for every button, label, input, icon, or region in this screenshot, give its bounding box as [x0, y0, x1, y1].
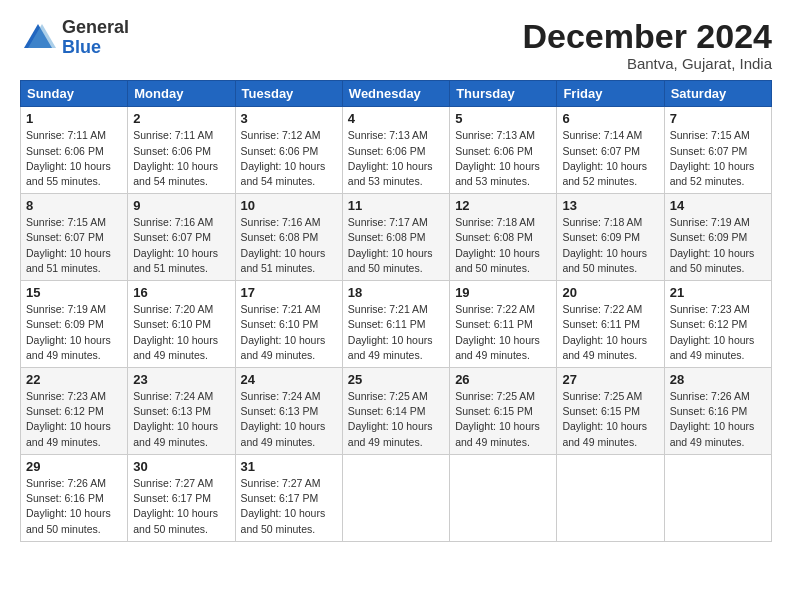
calendar-cell: 31Sunrise: 7:27 AMSunset: 6:17 PMDayligh… — [235, 454, 342, 541]
calendar-cell: 30Sunrise: 7:27 AMSunset: 6:17 PMDayligh… — [128, 454, 235, 541]
calendar-cell: 29Sunrise: 7:26 AMSunset: 6:16 PMDayligh… — [21, 454, 128, 541]
calendar-cell: 21Sunrise: 7:23 AMSunset: 6:12 PMDayligh… — [664, 281, 771, 368]
calendar-cell: 23Sunrise: 7:24 AMSunset: 6:13 PMDayligh… — [128, 368, 235, 455]
day-number: 11 — [348, 198, 444, 213]
calendar-cell: 26Sunrise: 7:25 AMSunset: 6:15 PMDayligh… — [450, 368, 557, 455]
day-number: 25 — [348, 372, 444, 387]
logo-general: General — [62, 18, 129, 38]
logo: General Blue — [20, 18, 129, 58]
weekday-header-saturday: Saturday — [664, 81, 771, 107]
calendar-cell: 10Sunrise: 7:16 AMSunset: 6:08 PMDayligh… — [235, 194, 342, 281]
day-number: 21 — [670, 285, 766, 300]
day-number: 10 — [241, 198, 337, 213]
day-number: 3 — [241, 111, 337, 126]
day-info: Sunrise: 7:11 AMSunset: 6:06 PMDaylight:… — [133, 128, 229, 189]
calendar-week-row: 22Sunrise: 7:23 AMSunset: 6:12 PMDayligh… — [21, 368, 772, 455]
calendar-cell: 4Sunrise: 7:13 AMSunset: 6:06 PMDaylight… — [342, 107, 449, 194]
calendar-cell: 19Sunrise: 7:22 AMSunset: 6:11 PMDayligh… — [450, 281, 557, 368]
title-block: December 2024 Bantva, Gujarat, India — [522, 18, 772, 72]
calendar-cell: 6Sunrise: 7:14 AMSunset: 6:07 PMDaylight… — [557, 107, 664, 194]
calendar-cell: 17Sunrise: 7:21 AMSunset: 6:10 PMDayligh… — [235, 281, 342, 368]
day-number: 18 — [348, 285, 444, 300]
weekday-header-tuesday: Tuesday — [235, 81, 342, 107]
calendar-cell: 7Sunrise: 7:15 AMSunset: 6:07 PMDaylight… — [664, 107, 771, 194]
calendar-header: SundayMondayTuesdayWednesdayThursdayFrid… — [21, 81, 772, 107]
calendar-week-row: 29Sunrise: 7:26 AMSunset: 6:16 PMDayligh… — [21, 454, 772, 541]
day-info: Sunrise: 7:22 AMSunset: 6:11 PMDaylight:… — [562, 302, 658, 363]
day-info: Sunrise: 7:16 AMSunset: 6:08 PMDaylight:… — [241, 215, 337, 276]
calendar-week-row: 8Sunrise: 7:15 AMSunset: 6:07 PMDaylight… — [21, 194, 772, 281]
day-number: 31 — [241, 459, 337, 474]
day-number: 9 — [133, 198, 229, 213]
day-number: 24 — [241, 372, 337, 387]
day-info: Sunrise: 7:14 AMSunset: 6:07 PMDaylight:… — [562, 128, 658, 189]
day-info: Sunrise: 7:23 AMSunset: 6:12 PMDaylight:… — [26, 389, 122, 450]
day-number: 13 — [562, 198, 658, 213]
calendar-cell: 24Sunrise: 7:24 AMSunset: 6:13 PMDayligh… — [235, 368, 342, 455]
day-info: Sunrise: 7:25 AMSunset: 6:14 PMDaylight:… — [348, 389, 444, 450]
calendar-cell — [557, 454, 664, 541]
day-info: Sunrise: 7:13 AMSunset: 6:06 PMDaylight:… — [348, 128, 444, 189]
day-number: 17 — [241, 285, 337, 300]
day-info: Sunrise: 7:19 AMSunset: 6:09 PMDaylight:… — [670, 215, 766, 276]
day-number: 22 — [26, 372, 122, 387]
location: Bantva, Gujarat, India — [522, 55, 772, 72]
calendar-week-row: 1Sunrise: 7:11 AMSunset: 6:06 PMDaylight… — [21, 107, 772, 194]
day-number: 6 — [562, 111, 658, 126]
day-number: 8 — [26, 198, 122, 213]
calendar-cell: 22Sunrise: 7:23 AMSunset: 6:12 PMDayligh… — [21, 368, 128, 455]
calendar-cell: 27Sunrise: 7:25 AMSunset: 6:15 PMDayligh… — [557, 368, 664, 455]
day-number: 14 — [670, 198, 766, 213]
day-info: Sunrise: 7:25 AMSunset: 6:15 PMDaylight:… — [562, 389, 658, 450]
day-number: 2 — [133, 111, 229, 126]
calendar-table: SundayMondayTuesdayWednesdayThursdayFrid… — [20, 80, 772, 541]
weekday-header-wednesday: Wednesday — [342, 81, 449, 107]
day-number: 30 — [133, 459, 229, 474]
calendar-cell: 15Sunrise: 7:19 AMSunset: 6:09 PMDayligh… — [21, 281, 128, 368]
day-number: 12 — [455, 198, 551, 213]
day-info: Sunrise: 7:19 AMSunset: 6:09 PMDaylight:… — [26, 302, 122, 363]
day-info: Sunrise: 7:23 AMSunset: 6:12 PMDaylight:… — [670, 302, 766, 363]
day-info: Sunrise: 7:24 AMSunset: 6:13 PMDaylight:… — [241, 389, 337, 450]
month-title: December 2024 — [522, 18, 772, 55]
day-info: Sunrise: 7:12 AMSunset: 6:06 PMDaylight:… — [241, 128, 337, 189]
day-info: Sunrise: 7:26 AMSunset: 6:16 PMDaylight:… — [26, 476, 122, 537]
calendar-cell: 2Sunrise: 7:11 AMSunset: 6:06 PMDaylight… — [128, 107, 235, 194]
day-number: 5 — [455, 111, 551, 126]
calendar-cell: 16Sunrise: 7:20 AMSunset: 6:10 PMDayligh… — [128, 281, 235, 368]
page: General Blue December 2024 Bantva, Gujar… — [0, 0, 792, 554]
calendar-body: 1Sunrise: 7:11 AMSunset: 6:06 PMDaylight… — [21, 107, 772, 541]
calendar-cell: 20Sunrise: 7:22 AMSunset: 6:11 PMDayligh… — [557, 281, 664, 368]
day-number: 7 — [670, 111, 766, 126]
day-number: 16 — [133, 285, 229, 300]
logo-icon — [20, 20, 56, 56]
calendar-cell — [342, 454, 449, 541]
day-info: Sunrise: 7:18 AMSunset: 6:09 PMDaylight:… — [562, 215, 658, 276]
calendar-cell: 12Sunrise: 7:18 AMSunset: 6:08 PMDayligh… — [450, 194, 557, 281]
weekday-header-row: SundayMondayTuesdayWednesdayThursdayFrid… — [21, 81, 772, 107]
day-number: 27 — [562, 372, 658, 387]
logo-text: General Blue — [62, 18, 129, 58]
day-info: Sunrise: 7:26 AMSunset: 6:16 PMDaylight:… — [670, 389, 766, 450]
weekday-header-sunday: Sunday — [21, 81, 128, 107]
calendar-cell: 18Sunrise: 7:21 AMSunset: 6:11 PMDayligh… — [342, 281, 449, 368]
day-number: 4 — [348, 111, 444, 126]
day-number: 29 — [26, 459, 122, 474]
day-number: 19 — [455, 285, 551, 300]
header: General Blue December 2024 Bantva, Gujar… — [20, 18, 772, 72]
calendar-cell: 8Sunrise: 7:15 AMSunset: 6:07 PMDaylight… — [21, 194, 128, 281]
calendar-cell: 9Sunrise: 7:16 AMSunset: 6:07 PMDaylight… — [128, 194, 235, 281]
weekday-header-thursday: Thursday — [450, 81, 557, 107]
weekday-header-monday: Monday — [128, 81, 235, 107]
day-info: Sunrise: 7:15 AMSunset: 6:07 PMDaylight:… — [26, 215, 122, 276]
logo-blue: Blue — [62, 38, 129, 58]
day-number: 26 — [455, 372, 551, 387]
day-info: Sunrise: 7:20 AMSunset: 6:10 PMDaylight:… — [133, 302, 229, 363]
day-number: 23 — [133, 372, 229, 387]
weekday-header-friday: Friday — [557, 81, 664, 107]
calendar-week-row: 15Sunrise: 7:19 AMSunset: 6:09 PMDayligh… — [21, 281, 772, 368]
day-info: Sunrise: 7:25 AMSunset: 6:15 PMDaylight:… — [455, 389, 551, 450]
day-info: Sunrise: 7:21 AMSunset: 6:11 PMDaylight:… — [348, 302, 444, 363]
calendar-cell — [664, 454, 771, 541]
day-info: Sunrise: 7:13 AMSunset: 6:06 PMDaylight:… — [455, 128, 551, 189]
